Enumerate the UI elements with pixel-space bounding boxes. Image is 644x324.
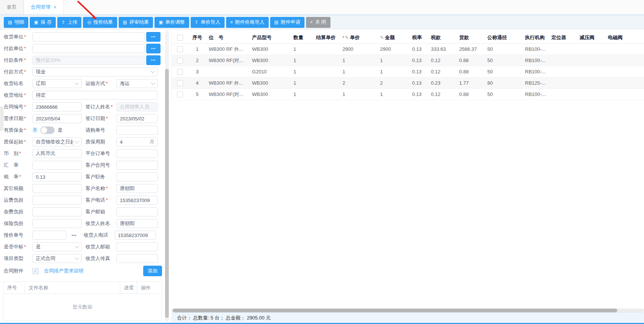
review-result-button[interactable]: ▤评审结果 — [119, 17, 153, 28]
detail-button[interactable]: ▤明细 — [4, 17, 28, 28]
tab-label: 合同管理 — [31, 4, 50, 11]
upload-label: 上传 — [67, 19, 77, 26]
table-row[interactable]: 4WB300 RF 外...WB3001220.130.231.7780RB12… — [172, 78, 644, 89]
cell-seq: 2 — [189, 58, 206, 63]
horizontal-scrollbar[interactable] — [171, 309, 644, 312]
toggle-switch[interactable] — [40, 126, 55, 134]
insurance-burden-input[interactable] — [32, 219, 82, 228]
payment-terms-more-button[interactable]: ••• — [146, 55, 161, 65]
demand-date-label: 需求日期* — [4, 115, 32, 122]
project-type-select[interactable]: 正式合同 — [32, 254, 82, 263]
customer-email-input[interactable] — [116, 207, 158, 216]
quote-no-more-button[interactable]: ••• — [72, 233, 80, 237]
signer-name-label: 签订人姓名* — [86, 103, 116, 110]
form-row: 收货单位*••• — [0, 32, 163, 41]
customer-contract-no-input[interactable] — [116, 161, 158, 170]
tax-rate-input[interactable]: 0.13 — [32, 172, 82, 181]
consignee-name-label: 收货人姓名 — [86, 220, 116, 227]
upload-button[interactable]: ⇪上传 — [57, 17, 81, 28]
cell-tag-no: WB300 RF 外... — [206, 46, 249, 53]
cell-tax-rate: 0.13 — [409, 58, 428, 63]
receive-address-label: 收货地址* — [4, 92, 32, 99]
items-panel: 序号位 号产品型号数量结算单价*✎单价✎金额税率税款货款公称通径执行机构定位器减… — [171, 29, 644, 100]
table-row[interactable]: 5WB300 RF(对...WB3001110.130.120.8850RB10… — [172, 89, 644, 100]
detail-label: 明细 — [14, 19, 24, 26]
row-checkbox[interactable] — [177, 58, 183, 64]
cell-tag-no: WB300 RF(对... — [206, 91, 249, 98]
exchange-rate-input[interactable] — [32, 161, 82, 170]
attachment-apply-button[interactable]: ▤附件申请 — [270, 17, 304, 28]
receiver-unit-input[interactable] — [32, 32, 145, 41]
customer-title-label: 客户职务 — [86, 173, 116, 180]
customer-name-input[interactable]: 唐朝阳 — [116, 184, 158, 193]
consignee-name-input[interactable]: 唐朝阳 — [116, 219, 158, 228]
attachment-doc-link[interactable]: 合同排产需求说明 — [44, 268, 83, 274]
consignee-fax-input[interactable] — [116, 254, 158, 263]
close-button[interactable]: ×关 闭 — [306, 17, 330, 28]
cell-tax: 0.12 — [428, 91, 456, 97]
cell-dn: 50 — [484, 91, 522, 97]
customer-title-input[interactable] — [116, 172, 158, 181]
save-button[interactable]: ▣保 存 — [30, 17, 56, 28]
price-import-button[interactable]: ⇪单价导入 — [191, 17, 225, 28]
form-vertical-scrollbar[interactable] — [165, 30, 169, 322]
win-bid-select[interactable]: 是 — [32, 242, 82, 251]
customer-phone-input[interactable]: 15358237009 — [116, 196, 158, 205]
add-attachment-button[interactable]: 添加 — [143, 266, 162, 276]
edit-icon: ✎ — [345, 35, 349, 40]
table-row[interactable]: 2WB300 RF(对...WB3001110.130.120.8850RB10… — [172, 55, 644, 66]
row-checkbox[interactable] — [177, 46, 183, 52]
receive-station-select[interactable]: 辽阳 — [32, 79, 82, 88]
toggle-on-label: 是 — [58, 127, 63, 134]
receive-address-input[interactable]: 待定 — [32, 91, 158, 100]
panel-collapse-handle[interactable] — [0, 106, 3, 131]
receiver-unit-label: 收货单位* — [4, 33, 32, 40]
demand-date-input[interactable]: 2023/05/04 — [32, 114, 82, 123]
receiver-unit-more-button[interactable]: ••• — [146, 32, 161, 42]
currency-input[interactable]: 人民币元 — [32, 149, 82, 158]
attachment-price-import-button[interactable]: ≡附件价格导入 — [226, 17, 269, 28]
close-tab-icon[interactable]: × — [54, 4, 57, 10]
other-tax-input[interactable] — [32, 184, 82, 193]
row-checkbox[interactable] — [177, 80, 183, 86]
contract-no-input[interactable]: 23666666 — [32, 102, 82, 111]
attachment-checkbox[interactable]: ✓ — [32, 268, 39, 274]
warranty-start-select[interactable]: 自货物签收之日起 — [32, 137, 82, 146]
table-row[interactable]: 3G20101110.130.120.8850RB100-... — [172, 66, 644, 78]
form-scrollbar-thumb[interactable] — [165, 69, 169, 318]
payment-method-select[interactable]: 现金 — [32, 67, 158, 76]
warranty-deposit-toggle[interactable]: 否是 — [32, 126, 82, 134]
row-checkbox[interactable] — [177, 69, 183, 75]
horizontal-scrollbar-thumb[interactable] — [173, 309, 617, 312]
cell-goods-amount: 0.88 — [456, 69, 484, 75]
select-all-checkbox[interactable] — [177, 35, 183, 41]
freight-burden-input[interactable] — [32, 196, 82, 205]
signer-name-input[interactable]: 公用销售人员 — [116, 102, 158, 111]
tab-home[interactable]: 首页 — [0, 0, 24, 14]
payer-unit-more-button[interactable]: ••• — [146, 44, 161, 53]
row-checkbox[interactable] — [177, 91, 183, 97]
cell-actuator: RB125-... — [522, 80, 548, 86]
transport-method-select[interactable]: 海运 — [116, 79, 158, 88]
sign-date-input[interactable]: 2023/05/02 — [116, 114, 158, 123]
tab-contract-management[interactable]: 合同管理× — [24, 0, 64, 14]
platform-order-no-input[interactable] — [116, 149, 158, 158]
quote-result-button[interactable]: ◎报价结果 — [83, 17, 117, 28]
close-label: 关 闭 — [315, 19, 326, 26]
price-adjust-label: 单价调整 — [165, 19, 185, 26]
required-mark: * — [24, 69, 26, 75]
col-header-checkbox — [172, 35, 189, 41]
quote-no-input[interactable] — [32, 231, 66, 240]
purchase-order-no-input[interactable] — [116, 126, 158, 135]
table-row[interactable]: 1WB300 RF 外...WB3001290029000.13333.6325… — [172, 44, 644, 55]
col-header-settle-price: 结算单价 — [313, 34, 340, 41]
consignee-phone-input[interactable]: 15358237009 — [115, 231, 156, 240]
payment-terms-input[interactable]: 预付款10% — [32, 56, 145, 65]
warranty-period-input[interactable]: 4月 — [116, 137, 158, 146]
consignee-email-input[interactable] — [116, 242, 158, 251]
review-result-label: 评审结果 — [129, 19, 149, 26]
payer-unit-input[interactable] — [32, 44, 145, 53]
form-row: 收货站名辽阳运输方式*海运 — [0, 79, 163, 88]
price-adjust-button[interactable]: ▣单价调整 — [154, 17, 189, 28]
misc-burden-input[interactable] — [32, 207, 82, 216]
